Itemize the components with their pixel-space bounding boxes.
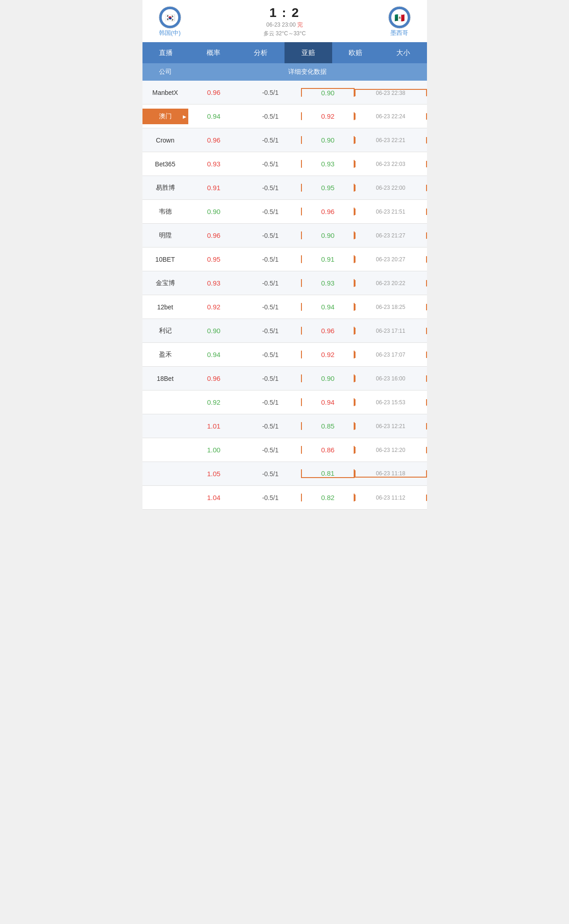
table-row: 10BET0.95-0.5/10.9106-23 20:27 [142, 248, 427, 271]
match-time: 06-23 23:00 完 [266, 21, 302, 29]
cell-val2: 0.86 [301, 446, 354, 454]
cell-company[interactable] [142, 446, 188, 454]
cell-handicap: -0.5/1 [240, 375, 301, 382]
cell-handicap: -0.5/1 [240, 327, 301, 335]
home-team-logo: 🇰🇷 [159, 6, 181, 29]
table-row: 利记0.90-0.5/10.9606-23 17:11 [142, 319, 427, 343]
cell-company[interactable]: 澳门 [142, 109, 188, 124]
cell-val2: 0.81 [301, 469, 354, 478]
cell-val2: 0.82 [301, 494, 354, 501]
cell-time: 06-23 20:22 [355, 280, 427, 286]
cell-val2: 0.94 [301, 398, 354, 406]
match-center: 1 : 2 06-23 23:00 完 多云 32°C～33°C [193, 6, 377, 38]
cell-company[interactable]: 韦德 [142, 204, 188, 220]
cell-val2: 0.90 [301, 136, 354, 144]
cell-time: 06-23 18:25 [355, 304, 427, 310]
table-row: 1.04-0.5/10.8206-23 11:12 [142, 486, 427, 510]
cell-val2: 0.91 [301, 255, 354, 263]
svg-text:🇲🇽: 🇲🇽 [394, 13, 405, 23]
cell-val1: 1.05 [188, 470, 240, 478]
cell-time: 06-23 22:00 [355, 185, 427, 191]
table-row: 12bet0.92-0.5/10.9406-23 18:25 [142, 295, 427, 319]
tab-analysis[interactable]: 分析 [237, 42, 285, 63]
match-header: 🇰🇷 韩国(中) 1 : 2 06-23 23:00 完 多云 32°C～33°… [142, 0, 427, 42]
cell-company[interactable]: 12bet [142, 300, 188, 314]
cell-val1: 0.94 [188, 351, 240, 358]
cell-time: 06-23 12:21 [355, 423, 427, 429]
table-row: 18Bet0.96-0.5/10.9006-23 16:00 [142, 367, 427, 390]
table-header: 公司 详细变化数据 [142, 63, 427, 81]
cell-handicap: -0.5/1 [240, 89, 301, 96]
table-row: 盈禾0.94-0.5/10.9206-23 17:07 [142, 343, 427, 367]
match-weather: 多云 32°C～33°C [263, 30, 306, 38]
cell-company[interactable] [142, 494, 188, 501]
cell-company[interactable] [142, 470, 188, 478]
cell-val1: 0.90 [188, 208, 240, 215]
tab-live[interactable]: 直播 [142, 42, 190, 63]
cell-company[interactable]: Crown [142, 133, 188, 148]
cell-val2: 0.96 [301, 327, 354, 335]
cell-handicap: -0.5/1 [240, 208, 301, 215]
cell-val2: 0.92 [301, 112, 354, 120]
match-score: 1 : 2 [269, 6, 300, 20]
cell-time: 06-23 11:12 [355, 495, 427, 501]
cell-time: 06-23 22:24 [355, 113, 427, 120]
cell-time: 06-23 16:00 [355, 375, 427, 382]
table-row: 1.05-0.5/10.8106-23 11:18 [142, 462, 427, 486]
cell-handicap: -0.5/1 [240, 446, 301, 454]
cell-val2: 0.95 [301, 184, 354, 192]
cell-handicap: -0.5/1 [240, 256, 301, 263]
cell-time: 06-23 15:53 [355, 399, 427, 406]
cell-time: 06-23 21:51 [355, 209, 427, 215]
cell-val1: 0.91 [188, 184, 240, 192]
tab-asian[interactable]: 亚赔 [284, 42, 332, 63]
cell-handicap: -0.5/1 [240, 232, 301, 239]
data-table: ManbetX0.96-0.5/10.9006-23 22:38澳门0.94-0… [142, 81, 427, 510]
table-row: Bet3650.93-0.5/10.9306-23 22:03 [142, 152, 427, 176]
cell-company[interactable]: 易胜博 [142, 180, 188, 196]
cell-company[interactable]: Bet365 [142, 157, 188, 171]
away-team: 🇲🇽 墨西哥 [377, 6, 422, 37]
tab-size[interactable]: 大小 [379, 42, 427, 63]
away-team-logo: 🇲🇽 [388, 6, 411, 29]
home-team: 🇰🇷 韩国(中) [147, 6, 193, 37]
cell-company[interactable]: 金宝博 [142, 275, 188, 291]
cell-val2: 0.93 [301, 160, 354, 168]
col-header-company: 公司 [142, 68, 188, 76]
col-header-detail: 详细变化数据 [188, 68, 427, 76]
cell-val2: 0.96 [301, 208, 354, 215]
cell-company[interactable]: 10BET [142, 252, 188, 267]
cell-val1: 0.96 [188, 374, 240, 382]
cell-handicap: -0.5/1 [240, 494, 301, 501]
away-team-name: 墨西哥 [390, 29, 408, 37]
cell-handicap: -0.5/1 [240, 303, 301, 311]
cell-val1: 0.96 [188, 88, 240, 96]
table-row: 0.92-0.5/10.9406-23 15:53 [142, 390, 427, 414]
cell-company[interactable]: 18Bet [142, 371, 188, 386]
cell-val1: 1.04 [188, 494, 240, 501]
cell-val1: 0.93 [188, 160, 240, 168]
cell-company[interactable]: ManbetX [142, 85, 188, 100]
cell-time: 06-23 20:27 [355, 256, 427, 263]
cell-handicap: -0.5/1 [240, 399, 301, 406]
table-row: 金宝博0.93-0.5/10.9306-23 20:22 [142, 271, 427, 295]
cell-val2: 0.94 [301, 303, 354, 311]
cell-company[interactable]: 利记 [142, 323, 188, 339]
cell-time: 06-23 22:38 [355, 89, 427, 96]
cell-val1: 0.96 [188, 231, 240, 239]
table-row: 明陞0.96-0.5/10.9006-23 21:27 [142, 224, 427, 248]
svg-text:🇰🇷: 🇰🇷 [165, 13, 175, 23]
cell-val2: 0.85 [301, 422, 354, 430]
cell-val1: 0.96 [188, 136, 240, 144]
cell-company[interactable] [142, 423, 188, 430]
tab-odds[interactable]: 概率 [190, 42, 237, 63]
cell-time: 06-23 11:18 [355, 470, 427, 478]
cell-company[interactable]: 明陞 [142, 228, 188, 243]
cell-company[interactable]: 盈禾 [142, 347, 188, 363]
cell-val2: 0.93 [301, 279, 354, 287]
cell-time: 06-23 17:11 [355, 328, 427, 334]
cell-handicap: -0.5/1 [240, 423, 301, 430]
cell-time: 06-23 17:07 [355, 352, 427, 358]
tab-european[interactable]: 欧赔 [332, 42, 380, 63]
cell-company[interactable] [142, 399, 188, 406]
